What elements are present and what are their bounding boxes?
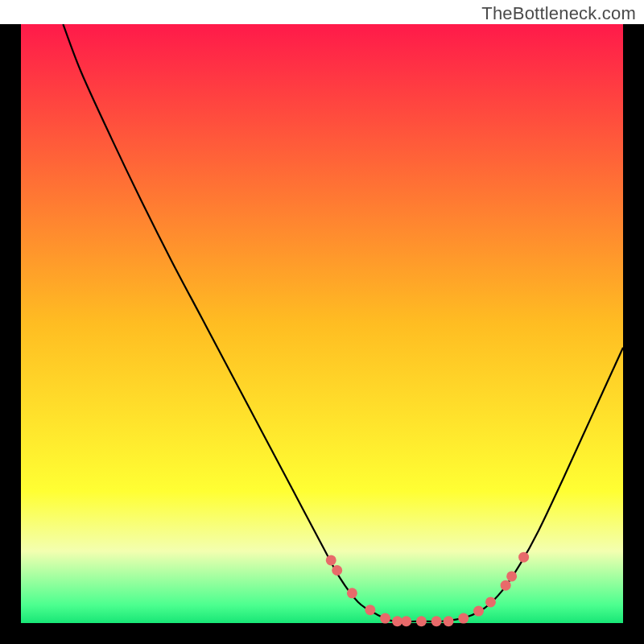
data-point [326,555,336,565]
chart-svg [0,24,644,644]
bottleneck-chart [0,24,644,644]
data-point [347,588,357,598]
data-point [501,580,511,591]
data-point [431,616,442,626]
data-point [444,616,454,626]
data-point [416,616,427,626]
data-point [401,616,411,626]
data-point [332,565,342,576]
data-point [518,552,529,563]
data-point [458,613,469,624]
plot-area [21,24,623,623]
data-point [392,616,402,626]
data-point [380,613,390,624]
data-point [506,571,517,581]
watermark-text: TheBottleneck.com [481,3,636,24]
data-point [473,606,484,617]
data-point [365,605,375,615]
data-point [485,597,496,607]
